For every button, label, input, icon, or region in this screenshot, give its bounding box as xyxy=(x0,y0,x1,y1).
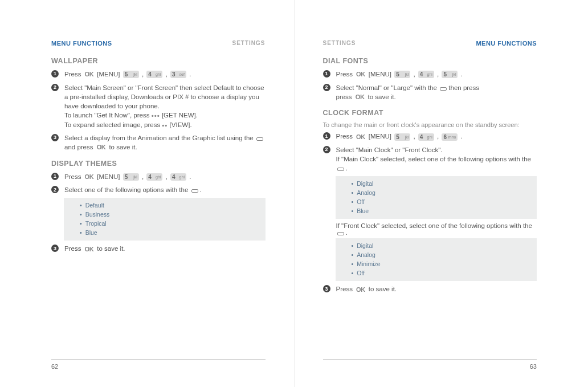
list-item: Default xyxy=(80,201,260,210)
list-item: Off xyxy=(352,198,532,207)
step-body: Press OK [MENU] 5jkl , 4ghi , 5jkl . xyxy=(336,70,537,80)
page-number: 63 xyxy=(530,363,537,370)
step-body: Press OK to save it. xyxy=(64,244,266,254)
step-1: 1 Press OK [MENU] 5jkl , 4ghi , 6mno . xyxy=(323,132,537,142)
text: [MENU] xyxy=(97,173,120,180)
heading-wallpaper: WALLPAPER xyxy=(51,57,266,65)
keypad-4-icon: 4ghi xyxy=(170,173,186,181)
step-2: 2 Select "Main Clock" or "Front Clock". … xyxy=(323,145,537,173)
step-number-icon: 2 xyxy=(51,186,59,193)
ok-icon: OK xyxy=(354,285,367,295)
page-spread: MENU FUNCTIONS SETTINGS WALLPAPER 1 Pres… xyxy=(0,0,588,387)
step-number-icon: 2 xyxy=(51,84,59,91)
text: then press xyxy=(448,84,479,91)
text: Press xyxy=(336,286,353,292)
step-number-icon: 1 xyxy=(51,173,59,180)
list-item: Digital xyxy=(352,180,532,189)
list-item: Off xyxy=(352,269,532,278)
softkey-dots-icon: ••• xyxy=(152,111,160,120)
list-item: Blue xyxy=(352,207,532,216)
step-number-icon: 3 xyxy=(51,134,59,141)
ok-icon: OK xyxy=(83,245,96,254)
list-item: Business xyxy=(80,210,260,219)
heading-dial-fonts: DIAL FONTS xyxy=(323,57,537,65)
text: To expand selected image, press xyxy=(64,121,160,128)
step-body: Select "Main Clock" or "Front Clock". If… xyxy=(336,145,537,173)
keypad-3-icon: 3def xyxy=(170,71,186,78)
keypad-5-icon: 5jkl xyxy=(394,133,410,141)
ok-icon: OK xyxy=(354,92,366,102)
keypad-4-icon: 4ghi xyxy=(418,71,434,78)
text: Select one of the following options with… xyxy=(64,186,188,193)
text: Press xyxy=(336,133,353,140)
text: [GET NEW]. xyxy=(162,112,198,119)
step-number-icon: 2 xyxy=(323,84,330,91)
section-label: SETTINGS xyxy=(323,40,356,47)
text: to save it. xyxy=(368,93,396,100)
text: Select "Normal" or "Large" with the xyxy=(336,84,437,91)
keypad-5-icon: 5jkl xyxy=(442,71,458,78)
ok-icon: OK xyxy=(83,70,96,79)
list-item: Blue xyxy=(80,229,260,238)
step-number-icon: 3 xyxy=(51,245,59,252)
step-1: 1 Press OK [MENU] 5jkl , 4ghi , 5jkl . xyxy=(323,70,537,80)
section-label: SETTINGS xyxy=(232,40,265,47)
text: Press xyxy=(64,173,81,180)
text: Select a display from the Animation and … xyxy=(64,135,254,141)
text-block: If "Front Clock" selected, select one of… xyxy=(336,222,537,236)
text: To launch "Get It Now", press xyxy=(64,112,149,119)
keypad-5-icon: 5jkl xyxy=(394,71,410,78)
step-3: 3 Press OK to save it. xyxy=(323,284,537,295)
step-body: Select one of the following options with… xyxy=(64,185,266,194)
step-body: Press OK to save it. xyxy=(336,284,537,295)
page-left: MENU FUNCTIONS SETTINGS WALLPAPER 1 Pres… xyxy=(0,0,295,387)
step-1: 1 Press OK [MENU] 5jkl , 4ghi , 3def . xyxy=(51,70,266,80)
keypad-6-icon: 6mno xyxy=(442,133,458,141)
text: Press xyxy=(64,245,81,252)
text: to save it. xyxy=(97,245,125,252)
list-item: Minimize xyxy=(352,260,532,269)
nav-key-icon xyxy=(255,136,263,141)
text: [MENU] xyxy=(369,71,391,78)
running-head-right: SETTINGS MENU FUNCTIONS xyxy=(323,40,537,47)
text: Press xyxy=(64,71,81,78)
options-box-main-clock: Digital Analog Off Blue xyxy=(336,176,537,219)
heading-clock-format: CLOCK FORMAT xyxy=(323,109,537,117)
step-2: 2 Select one of the following options wi… xyxy=(51,185,266,194)
list-item: Digital xyxy=(352,242,532,251)
nav-key-icon xyxy=(439,85,447,91)
running-head-left: MENU FUNCTIONS SETTINGS xyxy=(51,40,266,47)
text: to save it. xyxy=(369,286,397,292)
step-number-icon: 2 xyxy=(323,146,330,153)
list-item: Analog xyxy=(352,189,532,198)
options-box-front-clock: Digital Analog Minimize Off xyxy=(336,238,537,281)
step-3: 3 Select a display from the Animation an… xyxy=(51,133,266,153)
nav-key-icon xyxy=(190,188,198,193)
keypad-4-icon: 4ghi xyxy=(418,133,434,141)
keypad-4-icon: 4ghi xyxy=(146,173,162,181)
text: to save it. xyxy=(109,144,137,150)
footer-rule xyxy=(51,359,266,360)
softkey-dots-icon: •• xyxy=(162,121,168,130)
ok-icon: OK xyxy=(354,70,367,79)
step-body: Press OK [MENU] 5jkl , 4ghi , 3def . xyxy=(64,70,266,80)
text: and press xyxy=(64,144,93,150)
list-item: Analog xyxy=(352,251,532,260)
step-number-icon: 3 xyxy=(323,285,330,292)
heading-display-themes: DISPLAY THEMES xyxy=(51,160,266,168)
step-1: 1 Press OK [MENU] 5jkl , 4ghi , 4ghi . xyxy=(51,172,266,182)
step-number-icon: 1 xyxy=(323,70,330,78)
text: If "Main Clock" selected, select one of … xyxy=(336,156,531,162)
text: Select "Main Screen" or "Front Screen" t… xyxy=(64,84,264,109)
step-number-icon: 1 xyxy=(51,70,59,78)
ok-icon: OK xyxy=(354,132,367,142)
text: If "Front Clock" selected, select one of… xyxy=(336,222,532,229)
step-body: Select a display from the Animation and … xyxy=(64,133,266,153)
chapter-label: MENU FUNCTIONS xyxy=(51,40,112,47)
step-number-icon: 1 xyxy=(323,132,330,140)
step-body: Select "Main Screen" or "Front Screen" t… xyxy=(64,83,266,130)
options-box-themes: Default Business Tropical Blue xyxy=(64,198,266,241)
footer-rule xyxy=(323,359,537,360)
list-item: Tropical xyxy=(80,219,260,229)
page-right: SETTINGS MENU FUNCTIONS DIAL FONTS 1 Pre… xyxy=(295,0,589,387)
